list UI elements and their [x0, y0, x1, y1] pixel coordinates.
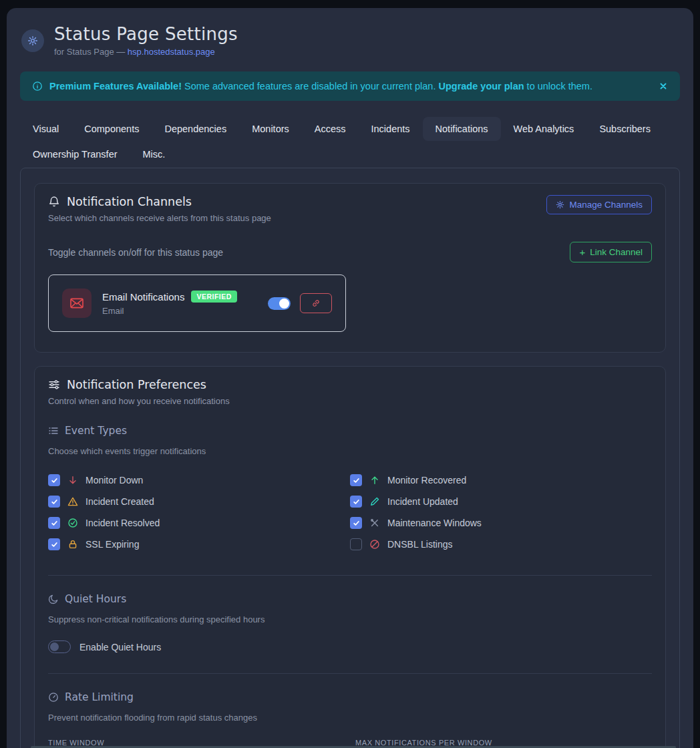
- preferences-section-title: Notification Preferences: [48, 378, 652, 391]
- channel-type: Email: [102, 306, 237, 316]
- page-title: Status Page Settings: [54, 24, 238, 44]
- envelope-icon: [69, 295, 85, 311]
- page-header: Status Page Settings for Status Page — h…: [20, 24, 680, 57]
- event-label: Monitor Down: [85, 475, 143, 486]
- checkbox-checked[interactable]: [48, 517, 60, 529]
- tab-ownership-transfer[interactable]: Ownership Transfer: [20, 142, 130, 166]
- info-icon: [32, 81, 43, 91]
- event-types-title: Event Types: [48, 425, 652, 437]
- event-types-grid: Monitor DownIncident CreatedIncident Res…: [48, 470, 652, 555]
- tab-visual[interactable]: Visual: [20, 117, 71, 141]
- quiet-hours-section: Quiet Hours Suppress non-critical notifi…: [48, 593, 652, 653]
- event-label: Incident Resolved: [85, 518, 160, 528]
- list-icon: [48, 425, 59, 436]
- checkbox-checked[interactable]: [48, 538, 60, 550]
- quiet-hours-title: Quiet Hours: [48, 593, 652, 605]
- settings-gear-badge: [21, 29, 44, 52]
- event-item-dnsbl-listings[interactable]: DNSBL Listings: [350, 538, 652, 550]
- checkbox-checked[interactable]: [48, 474, 60, 486]
- channel-name: Email Notifications: [102, 291, 184, 303]
- premium-banner: Premium Features Available! Some advance…: [20, 71, 680, 101]
- bell-icon: [48, 196, 60, 208]
- quiet-hours-subtitle: Suppress non-critical notifications duri…: [48, 614, 652, 624]
- tab-access[interactable]: Access: [302, 117, 359, 141]
- no-entry-icon: [369, 539, 380, 550]
- event-item-monitor-down[interactable]: Monitor Down: [48, 474, 350, 486]
- quiet-hours-toggle[interactable]: [48, 640, 71, 653]
- settings-card: Status Page Settings for Status Page — h…: [7, 8, 693, 748]
- close-icon: [659, 81, 668, 91]
- tab-misc[interactable]: Misc.: [130, 142, 178, 166]
- tools-icon: [369, 518, 380, 528]
- banner-suffix: to unlock them.: [524, 81, 592, 91]
- link-channel-label: Link Channel: [590, 247, 643, 257]
- checkbox-checked[interactable]: [350, 474, 362, 486]
- event-types-title-text: Event Types: [65, 425, 127, 437]
- channels-section-subtitle: Select which channels receive alerts fro…: [48, 213, 271, 223]
- unlink-channel-button[interactable]: [300, 293, 332, 313]
- banner-bold: Premium Features Available!: [49, 81, 182, 91]
- channel-enabled-toggle[interactable]: [268, 297, 291, 310]
- rate-limiting-title-text: Rate Limiting: [65, 691, 134, 703]
- event-label: Monitor Recovered: [387, 475, 466, 486]
- verified-badge: VERIFIED: [191, 291, 236, 303]
- preferences-section-subtitle: Control when and how you receive notific…: [48, 396, 652, 406]
- moon-icon: [48, 594, 59, 604]
- divider: [48, 575, 652, 576]
- event-item-incident-resolved[interactable]: Incident Resolved: [48, 517, 350, 529]
- settings-tabs: VisualComponentsDependenciesMonitorsAcce…: [20, 117, 680, 166]
- tab-dependencies[interactable]: Dependencies: [152, 117, 239, 141]
- tab-notifications[interactable]: Notifications: [423, 117, 501, 141]
- event-types-subtitle: Choose which events trigger notification…: [48, 446, 652, 456]
- email-channel-card: Email Notifications VERIFIED Email: [48, 274, 346, 332]
- notification-channels-panel: Notification Channels Select which chann…: [34, 183, 666, 353]
- notification-preferences-panel: Notification Preferences Control when an…: [34, 366, 666, 748]
- toggle-channels-hint: Toggle channels on/off for this status p…: [48, 247, 223, 258]
- event-label: SSL Expiring: [85, 539, 139, 550]
- banner-text: Premium Features Available! Some advance…: [49, 81, 592, 91]
- manage-channels-button[interactable]: Manage Channels: [546, 195, 652, 214]
- quiet-hours-title-text: Quiet Hours: [65, 593, 126, 605]
- tab-components[interactable]: Components: [71, 117, 152, 141]
- status-page-link[interactable]: hsp.hostedstatus.page: [128, 47, 215, 57]
- event-item-ssl-expiring[interactable]: SSL Expiring: [48, 538, 350, 550]
- link-channel-button[interactable]: + Link Channel: [570, 242, 652, 262]
- quiet-hours-toggle-label: Enable Quiet Hours: [79, 642, 161, 652]
- event-item-maintenance-windows[interactable]: Maintenance Windows: [350, 517, 652, 529]
- link-icon: [311, 299, 321, 308]
- tab-subscribers[interactable]: Subscribers: [586, 117, 663, 141]
- gear-icon: [27, 35, 38, 46]
- event-item-monitor-recovered[interactable]: Monitor Recovered: [350, 474, 652, 486]
- event-label: DNSBL Listings: [387, 539, 453, 550]
- gear-icon: [556, 200, 564, 209]
- event-label: Incident Updated: [387, 496, 458, 507]
- banner-body: Some advanced features are disabled in y…: [182, 81, 438, 91]
- rate-limiting-section: Rate Limiting Prevent notification flood…: [48, 691, 652, 748]
- tab-monitors[interactable]: Monitors: [239, 117, 302, 141]
- checkbox-checked[interactable]: [48, 496, 60, 508]
- event-label: Incident Created: [85, 496, 154, 507]
- arrow-up-icon: [369, 475, 380, 486]
- check-circle-icon: [67, 518, 78, 528]
- gauge-icon: [48, 692, 59, 703]
- lock-icon: [67, 539, 78, 550]
- tab-web-analytics[interactable]: Web Analytics: [501, 117, 587, 141]
- event-item-incident-created[interactable]: Incident Created: [48, 496, 350, 508]
- event-item-incident-updated[interactable]: Incident Updated: [350, 496, 652, 508]
- warning-triangle-icon: [67, 496, 78, 507]
- rate-limiting-title: Rate Limiting: [48, 691, 652, 703]
- channels-title-text: Notification Channels: [67, 195, 192, 208]
- pencil-icon: [369, 496, 380, 507]
- checkbox-unchecked[interactable]: [350, 538, 362, 550]
- email-channel-avatar: [62, 289, 92, 318]
- tab-incidents[interactable]: Incidents: [359, 117, 423, 141]
- sliders-icon: [48, 379, 60, 391]
- banner-close-button[interactable]: [659, 81, 668, 91]
- rate-limiting-subtitle: Prevent notification flooding from rapid…: [48, 713, 652, 723]
- subtitle-text: for Status Page —: [54, 47, 128, 57]
- upgrade-plan-link[interactable]: Upgrade your plan: [438, 81, 524, 91]
- checkbox-checked[interactable]: [350, 517, 362, 529]
- page-subtitle: for Status Page — hsp.hostedstatus.page: [54, 47, 238, 57]
- checkbox-checked[interactable]: [350, 496, 362, 508]
- divider: [48, 673, 652, 674]
